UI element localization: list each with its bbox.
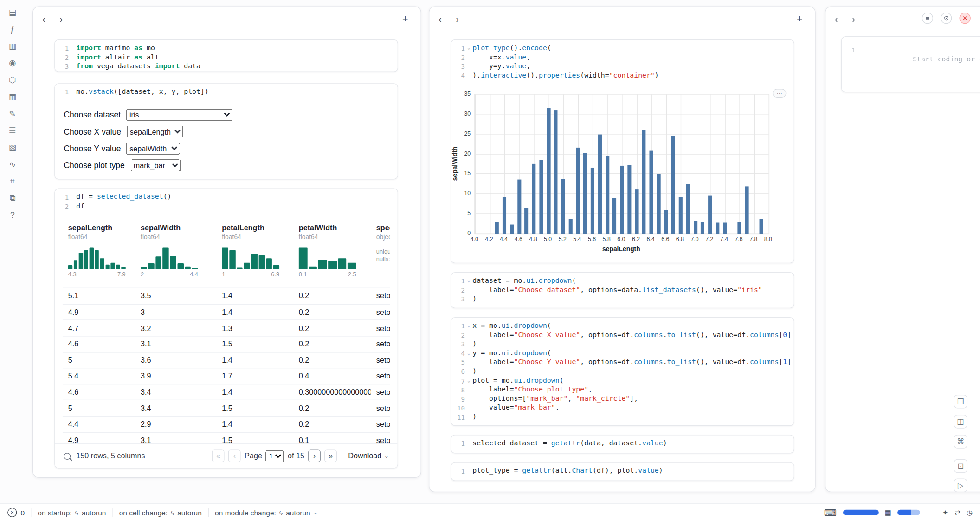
- chart-menu-button[interactable]: ⋯: [773, 89, 787, 98]
- chart-bar: [539, 160, 543, 234]
- fold-icon[interactable]: ⌄: [465, 276, 472, 286]
- functions-icon[interactable]: ƒ: [7, 25, 18, 35]
- line-number: 1: [59, 193, 69, 202]
- table-row[interactable]: 4.63.11.50.2setosa: [63, 336, 390, 352]
- column-next-button[interactable]: ›: [56, 14, 66, 25]
- minimap-slider[interactable]: [843, 510, 878, 515]
- table-row[interactable]: 53.61.40.2setosa: [63, 352, 390, 368]
- y-select[interactable]: sepalWidth: [127, 143, 181, 155]
- dataset-select-label: Choose dataset: [64, 110, 121, 119]
- notebook-menu-button[interactable]: ≡: [922, 13, 933, 24]
- packages-icon[interactable]: ⬡: [7, 75, 18, 85]
- table-row[interactable]: 4.42.91.40.2setosa: [63, 416, 390, 432]
- code-editor[interactable]: 1⌄x = mo.ui.dropdown(2 label="Choose X v…: [451, 318, 793, 424]
- code-line: 6): [455, 367, 789, 377]
- outline-icon[interactable]: ☰: [7, 126, 18, 136]
- dataset-select[interactable]: iris: [126, 109, 232, 121]
- next-page-button[interactable]: ›: [308, 449, 321, 462]
- table-search-icon[interactable]: [64, 453, 71, 460]
- table-row[interactable]: 4.73.21.30.2setosa: [63, 320, 390, 336]
- snippets-icon[interactable]: ⧉: [7, 193, 18, 203]
- cell-vstack[interactable]: 1mo.vstack([dataset, x, y, plot]) Choose…: [54, 83, 398, 179]
- code-editor[interactable]: 1selected_dataset = getattr(data, datase…: [451, 435, 793, 450]
- runtime-config-1[interactable]: on startup:ϟautorun: [38, 509, 106, 516]
- chart-plot[interactable]: [474, 94, 769, 234]
- fold-icon[interactable]: ⌄: [465, 321, 472, 331]
- datasets-icon[interactable]: ▥: [7, 41, 18, 52]
- shutdown-button[interactable]: ✕: [960, 13, 971, 24]
- code-editor[interactable]: 1mo.vstack([dataset, x, y, plot]): [55, 84, 398, 99]
- code-line: 2 x=x.value,: [455, 53, 789, 62]
- dependency-graph-icon[interactable]: ◉: [7, 58, 18, 68]
- column-header-petalWidth[interactable]: petalWidthfloat640.12.5: [293, 223, 371, 288]
- page-select[interactable]: 1: [266, 450, 284, 462]
- plot-type-select[interactable]: mark_bar: [130, 160, 181, 172]
- cell-plot[interactable]: 1⌄plot_type().encode(2 x=x.value,3 y=y.v…: [451, 39, 794, 263]
- column-header-sepalLength[interactable]: sepalLengthfloat644.37.9: [63, 223, 135, 288]
- code-editor[interactable]: 1import marimo as mo2import altair as al…: [55, 40, 398, 72]
- column-header-species[interactable]: speciesobjectuniquenulls:: [371, 223, 390, 288]
- cell-empty[interactable]: 1 Start coding or generate with AI: [841, 36, 980, 92]
- fold-icon[interactable]: ⌄: [465, 376, 472, 385]
- file-explorer-icon[interactable]: ▤: [7, 7, 18, 18]
- terminal-icon[interactable]: ⌗: [7, 176, 18, 187]
- help-icon[interactable]: ?: [7, 210, 18, 221]
- bar-chart[interactable]: sepalWidth 05101520253035 4.04.24.44.64.…: [451, 81, 793, 260]
- column-header-sepalWidth[interactable]: sepalWidthfloat6424.4: [135, 223, 216, 288]
- download-button[interactable]: Download ⌄: [348, 451, 388, 460]
- logs-icon[interactable]: ▦: [7, 92, 18, 102]
- documentation-icon[interactable]: ▧: [7, 143, 18, 153]
- x-select[interactable]: sepalLength: [127, 126, 183, 138]
- fold-icon[interactable]: ⌄: [465, 44, 472, 53]
- table-row[interactable]: 5.13.51.40.2setosa: [63, 288, 390, 304]
- column-next-button[interactable]: ›: [452, 14, 463, 25]
- table-cell: 3.4: [135, 388, 216, 397]
- add-cell-button[interactable]: ⊡: [954, 459, 967, 473]
- x-tick-label: 7.0: [691, 236, 699, 242]
- command-palette-button[interactable]: ⌘: [954, 435, 967, 449]
- table-row[interactable]: 5.43.91.70.4setosa: [63, 368, 390, 384]
- code-editor[interactable]: 1df = selected_dataset()2df: [55, 189, 398, 214]
- prev-page-button[interactable]: ‹: [228, 449, 241, 462]
- cell-plot-type[interactable]: 1plot_type = getattr(alt.Chart(df), plot…: [451, 462, 794, 481]
- keyboard-shortcuts-icon[interactable]: ⌨: [824, 508, 837, 518]
- grid-view-icon[interactable]: ▦: [885, 508, 891, 517]
- code-editor[interactable]: 1plot_type = getattr(alt.Chart(df), plot…: [451, 463, 793, 478]
- add-cell-top-button[interactable]: +: [399, 14, 412, 25]
- fold-icon[interactable]: ⌄: [465, 349, 472, 358]
- table-row[interactable]: 4.63.41.40.30000000000000004setosa: [63, 384, 390, 400]
- add-cell-top-button[interactable]: +: [793, 14, 806, 25]
- column-prev-button[interactable]: ‹: [39, 14, 49, 25]
- runtime-config-2[interactable]: on cell change:ϟautorun: [119, 509, 202, 516]
- runtime-config-3[interactable]: on module change:ϟautorun⌄: [215, 509, 317, 516]
- table-row[interactable]: 53.41.50.2setosa: [63, 400, 390, 416]
- table-row[interactable]: 4.931.40.2setosa: [63, 304, 390, 319]
- cell-imports[interactable]: 1import marimo as mo2import altair as al…: [54, 39, 398, 72]
- errors-icon[interactable]: ✕: [7, 508, 17, 517]
- cell-selected-dataset[interactable]: 1selected_dataset = getattr(data, datase…: [451, 435, 794, 453]
- scratchpad-icon[interactable]: ✎: [7, 109, 18, 119]
- last-page-button[interactable]: »: [324, 449, 337, 462]
- progress-slider[interactable]: [897, 510, 920, 515]
- first-page-button[interactable]: «: [212, 449, 225, 462]
- run-all-button[interactable]: ▷: [954, 478, 967, 492]
- code-editor[interactable]: 1⌄plot_type().encode(2 x=x.value,3 y=y.v…: [451, 40, 793, 83]
- cell-dataframe[interactable]: 1df = selected_dataset()2df sepalLengthf…: [54, 188, 398, 468]
- column-prev-button[interactable]: ‹: [435, 14, 445, 25]
- swap-icon[interactable]: ⇄: [954, 508, 960, 517]
- x-tick-label: 4.8: [529, 236, 537, 242]
- history-icon[interactable]: ◷: [967, 508, 973, 517]
- column-header-petalLength[interactable]: petalLengthfloat6416.9: [216, 223, 293, 288]
- code-editor[interactable]: 1 Start coding or generate with AI: [842, 37, 980, 75]
- column-next-button[interactable]: ›: [849, 14, 859, 25]
- cell-xy-plot-dropdowns[interactable]: 1⌄x = mo.ui.dropdown(2 label="Choose X v…: [451, 317, 794, 426]
- save-button[interactable]: ❐: [954, 395, 967, 409]
- tracing-icon[interactable]: ∿: [7, 159, 18, 169]
- settings-button[interactable]: ⚙: [941, 13, 952, 24]
- cell-dataset-dropdown[interactable]: 1⌄dataset = mo.ui.dropdown(2 label="Choo…: [451, 272, 794, 308]
- ai-assistant-icon[interactable]: ✦: [942, 508, 948, 517]
- panel-layout-button[interactable]: ◫: [954, 415, 967, 429]
- column-prev-button[interactable]: ‹: [831, 14, 841, 25]
- code-editor[interactable]: 1⌄dataset = mo.ui.dropdown(2 label="Choo…: [451, 273, 793, 306]
- code-text: selected_dataset = getattr(data, dataset…: [472, 439, 667, 449]
